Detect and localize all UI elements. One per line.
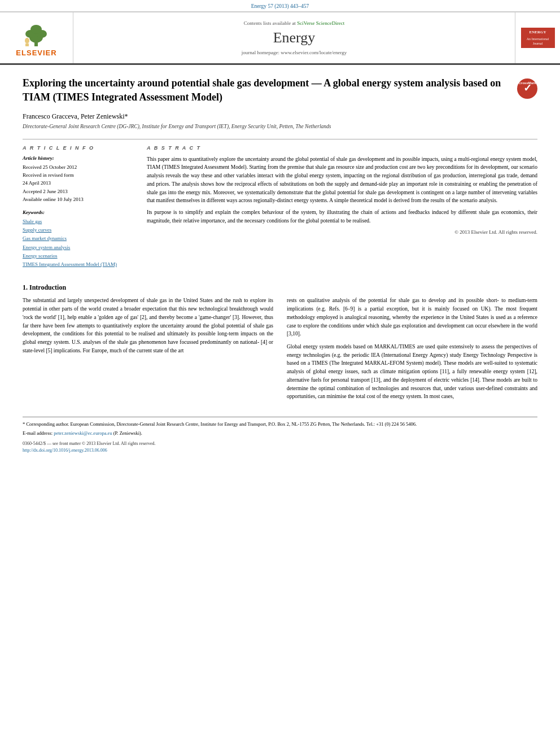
intro-right-para-1: Global energy system models based on MAR… (287, 343, 537, 401)
history-label: Article history: (23, 155, 135, 161)
energy-badge-title: ENERGY (524, 30, 552, 36)
issn-text: 0360-5442/$ — see front matter © 2013 El… (23, 440, 537, 447)
article-info-col: A R T I C L E I N F O Article history: R… (23, 145, 135, 269)
keyword-0[interactable]: Shale gas (23, 217, 135, 226)
keywords-list: Shale gas Supply curves Gas market dynam… (23, 217, 135, 269)
abstract-para-0: This paper aims to quantitatively explor… (147, 155, 537, 225)
intro-body-cols: The substantial and largely unexpected d… (23, 296, 537, 405)
energy-badge-area: ENERGY An InternationalJournal (515, 12, 560, 63)
elsevier-wordmark: ELSEVIER (16, 49, 56, 57)
footnote-email: E-mail address: peter.zeniewski@ec.europ… (23, 430, 537, 437)
elsevier-logo-area: ELSEVIER (0, 12, 73, 63)
intro-section: 1. Introduction The substantial and larg… (23, 283, 537, 405)
journal-header: ELSEVIER Contents lists available at Sci… (0, 12, 560, 65)
sciverse-line: Contents lists available at SciVerse Sci… (244, 20, 345, 26)
main-content: Exploring the uncertainty around potenti… (0, 65, 560, 465)
svg-point-5 (25, 38, 29, 43)
journal-title: Energy (273, 29, 316, 46)
intro-right-col: rests on qualitative analysis of the pot… (287, 296, 537, 405)
article-info-header: A R T I C L E I N F O (23, 145, 135, 151)
affiliation-line: Directorate-General Joint Research Centr… (23, 123, 537, 130)
elsevier-tree-icon (19, 19, 53, 47)
footnote-star: * Corresponding author. European Commiss… (23, 421, 537, 428)
crossmark-svg: ✓ CrossMark (517, 78, 537, 99)
svg-rect-6 (25, 43, 29, 46)
svg-text:CrossMark: CrossMark (518, 81, 536, 85)
history-item-3: Accepted 2 June 2013 (23, 187, 135, 195)
citation-text: Energy 57 (2013) 443–457 (251, 3, 309, 9)
elsevier-logo: ELSEVIER (16, 19, 56, 57)
keyword-3[interactable]: Energy system analysis (23, 243, 135, 252)
article-title-area: Exploring the uncertainty around potenti… (23, 76, 537, 104)
doi-link[interactable]: http://dx.doi.org/10.1016/j.energy.2013.… (23, 448, 107, 453)
article-title-text: Exploring the uncertainty around potenti… (23, 76, 511, 104)
authors-line: Francesco Gracceva, Peter Zeniewski* (23, 112, 537, 121)
history-item-1: Received in revised form (23, 171, 135, 179)
sciverse-link[interactable]: SciVerse ScienceDirect (297, 20, 344, 26)
intro-right-para-0: rests on qualitative analysis of the pot… (287, 296, 537, 338)
copyright-line: © 2013 Elsevier Ltd. All rights reserved… (147, 229, 537, 235)
issn-footer: 0360-5442/$ — see front matter © 2013 El… (23, 440, 537, 454)
crossmark-badge: ✓ CrossMark (517, 78, 537, 99)
keyword-4[interactable]: Energy scenarios (23, 252, 135, 260)
keyword-2[interactable]: Gas market dynamics (23, 234, 135, 243)
energy-badge-subtitle: An InternationalJournal (524, 37, 552, 46)
history-item-4: Available online 10 July 2013 (23, 195, 135, 203)
homepage-line: journal homepage: www.elsevier.com/locat… (242, 50, 347, 55)
crossmark-icon: ✓ CrossMark (517, 78, 537, 99)
intro-left-col: The substantial and largely unexpected d… (23, 296, 273, 405)
svg-point-4 (30, 25, 42, 34)
intro-left-para-0: The substantial and largely unexpected d… (23, 296, 273, 355)
abstract-col: A B S T R A C T This paper aims to quant… (147, 145, 537, 269)
header-divider (23, 139, 537, 139)
keyword-5[interactable]: TIMES Integrated Assessment Model (TIAM) (23, 260, 135, 269)
journal-center-info: Contents lists available at SciVerse Sci… (73, 12, 515, 63)
keywords-label: Keywords: (23, 209, 135, 215)
history-items: Received 25 October 2012 Received in rev… (23, 163, 135, 204)
history-item-0: Received 25 October 2012 (23, 163, 135, 171)
energy-badge: ENERGY An InternationalJournal (521, 28, 555, 49)
abstract-header: A B S T R A C T (147, 145, 537, 151)
footnote-area: * Corresponding author. European Commiss… (23, 417, 537, 454)
keyword-1[interactable]: Supply curves (23, 226, 135, 234)
email-link[interactable]: peter.zeniewski@ec.europa.eu (54, 430, 112, 436)
top-citation-bar: Energy 57 (2013) 443–457 (0, 0, 560, 12)
info-abstract-section: A R T I C L E I N F O Article history: R… (23, 145, 537, 269)
history-item-2: 24 April 2013 (23, 179, 135, 187)
section-title: 1. Introduction (23, 283, 537, 292)
